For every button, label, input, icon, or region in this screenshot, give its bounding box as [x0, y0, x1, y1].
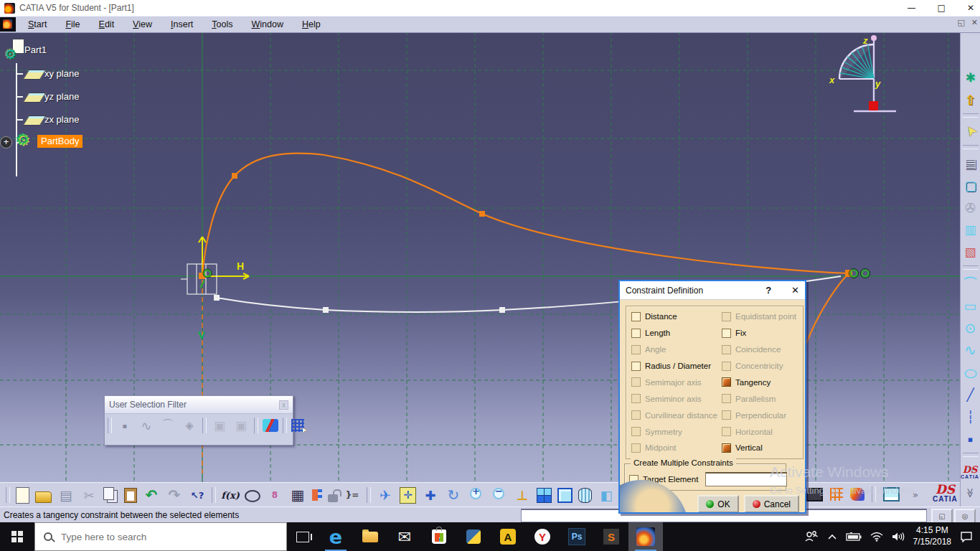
people-icon[interactable] — [804, 531, 819, 542]
dialog-titlebar[interactable]: Constraint Definition ? ✕ — [620, 281, 805, 300]
ok-button[interactable]: OK — [697, 495, 738, 513]
toolbar-divider[interactable] — [212, 487, 216, 503]
taskbar-app-python[interactable] — [456, 522, 491, 551]
search-input[interactable] — [60, 531, 263, 543]
constraint-icon[interactable]: ▢ — [962, 176, 979, 194]
hide-show-icon[interactable]: ◧ — [598, 486, 615, 504]
curve-filter-icon[interactable]: ∿ — [138, 417, 155, 434]
constraint-option[interactable]: Length — [631, 326, 717, 340]
menu-item[interactable]: View — [123, 18, 161, 31]
orange-spline[interactable] — [202, 154, 849, 276]
checkbox[interactable] — [631, 345, 641, 354]
constraint-option[interactable]: Radius / Diameter — [631, 359, 717, 373]
checkbox[interactable] — [722, 394, 731, 403]
checkbox[interactable] — [722, 410, 731, 420]
spline-tool-icon[interactable]: ∿ — [962, 342, 979, 359]
filter-type-icon[interactable] — [263, 419, 278, 432]
plane-icon[interactable] — [23, 116, 47, 126]
grid-snap-icon[interactable] — [291, 419, 304, 432]
taskbar-app-sublime[interactable]: S — [594, 522, 628, 551]
menu-item[interactable]: Edit — [90, 18, 124, 31]
constraint-option[interactable]: Tangency — [722, 375, 803, 390]
taskbar-app-store[interactable] — [422, 522, 456, 551]
doc-close-icon[interactable]: ✕ — [971, 18, 978, 27]
checkbox[interactable] — [722, 312, 731, 321]
constraint-option[interactable]: Symmetry — [631, 425, 717, 439]
circle-tool-icon[interactable]: ⊙ — [962, 319, 979, 336]
grid-icon[interactable] — [830, 488, 843, 501]
toolbar-divider[interactable] — [367, 487, 371, 503]
multi-view-icon[interactable] — [537, 488, 552, 503]
iso-view-icon[interactable] — [557, 488, 573, 503]
copy-icon[interactable] — [103, 487, 114, 500]
cut-icon[interactable]: ✂ — [80, 486, 98, 504]
constraint-option[interactable]: Semiminor axis — [631, 392, 717, 406]
start-button[interactable] — [0, 522, 34, 551]
checkbox[interactable] — [631, 377, 641, 387]
task-view-button[interactable] — [287, 522, 319, 551]
constraint-option[interactable]: Angle — [631, 342, 717, 357]
project-3d-icon[interactable]: ⌒ — [962, 275, 979, 292]
minimize-button[interactable]: — — [908, 3, 916, 13]
menu-item[interactable]: File — [56, 18, 89, 31]
plane-icon[interactable] — [23, 93, 47, 103]
sketcher-icon[interactable]: ✱ — [962, 69, 979, 86]
comment-icon[interactable] — [245, 490, 260, 502]
point-filter-icon[interactable]: ▪ — [116, 417, 133, 434]
checkbox[interactable] — [722, 362, 731, 371]
taskbar-app-yandex[interactable]: Y — [525, 522, 560, 551]
checkbox[interactable] — [631, 329, 641, 338]
battery-icon[interactable] — [846, 532, 862, 541]
toolbar-divider[interactable] — [6, 487, 10, 503]
expand-node-icon[interactable]: + — [0, 136, 12, 149]
open-folder-icon[interactable] — [35, 491, 52, 503]
doc-restore-icon[interactable]: ◱ — [957, 18, 964, 27]
redo-icon[interactable]: ↷ — [166, 486, 183, 504]
wifi-icon[interactable] — [870, 532, 883, 542]
dialog-expand-button[interactable]: ◱ — [931, 509, 953, 524]
checkbox[interactable] — [722, 443, 731, 453]
menu-item[interactable]: Help — [293, 18, 330, 31]
pan-icon[interactable]: ✚ — [422, 486, 439, 504]
show-hidden-icons-chevron[interactable] — [827, 534, 837, 540]
render-style-icon[interactable] — [578, 488, 592, 503]
menu-item[interactable]: Insert — [161, 18, 202, 31]
toolbar-divider[interactable] — [254, 418, 258, 433]
toolbar-divider[interactable] — [108, 418, 112, 433]
toolbar-divider[interactable] — [963, 265, 979, 270]
close-button[interactable]: ✕ — [967, 3, 974, 13]
constraint-option[interactable]: Semimajor axis — [631, 375, 717, 390]
toolbar-divider[interactable] — [963, 453, 979, 457]
tree-item-zx-plane[interactable]: zx plane — [44, 114, 79, 125]
taskbar-app-autodesk[interactable]: A — [491, 522, 525, 551]
user-selection-filter-toolbar[interactable]: User Selection Filter x ▪ ∿ ⌒ ◈ ▣ ▣ — [104, 395, 293, 446]
checkbox[interactable] — [631, 312, 641, 321]
partbody-icon[interactable]: ⚙ — [16, 131, 30, 149]
tree-item-yz-plane[interactable]: yz plane — [44, 91, 79, 102]
fly-mode-icon[interactable]: ✈ — [377, 486, 394, 504]
selection-set2-icon[interactable]: ▣ — [232, 417, 250, 434]
volume-icon[interactable] — [892, 532, 905, 542]
normal-view-icon[interactable]: ⊥ — [514, 486, 531, 504]
constraint-option[interactable]: Midpoint — [631, 441, 717, 455]
surface-icon[interactable] — [850, 488, 864, 501]
rotate-icon[interactable]: ↻ — [445, 486, 462, 504]
plane-icon[interactable] — [23, 70, 47, 80]
constraint-option[interactable]: Parallelism — [722, 392, 803, 406]
checkbox[interactable] — [722, 329, 731, 338]
sketch-view-icon[interactable] — [883, 487, 900, 501]
print-icon[interactable]: ▤ — [57, 486, 75, 504]
target-element-input[interactable] — [705, 472, 787, 486]
dialog-close-button[interactable]: ✕ — [791, 285, 799, 296]
workbench-icon[interactable] — [0, 17, 16, 32]
more-tools-icon[interactable]: » — [907, 486, 924, 503]
toolbar-divider[interactable] — [202, 418, 207, 433]
checkbox[interactable] — [631, 394, 641, 403]
zoom-out-icon[interactable] — [491, 486, 508, 504]
constraint-option[interactable]: Concentricity — [722, 359, 803, 373]
more-chevron-icon[interactable]: ≫ — [962, 484, 979, 501]
surface-filter-icon[interactable]: ⌒ — [159, 417, 176, 434]
constraints-dialog-icon[interactable]: ▤ — [962, 154, 979, 171]
constraint-option[interactable]: Fix — [722, 326, 803, 340]
dialog-help-button[interactable]: ? — [765, 285, 771, 296]
